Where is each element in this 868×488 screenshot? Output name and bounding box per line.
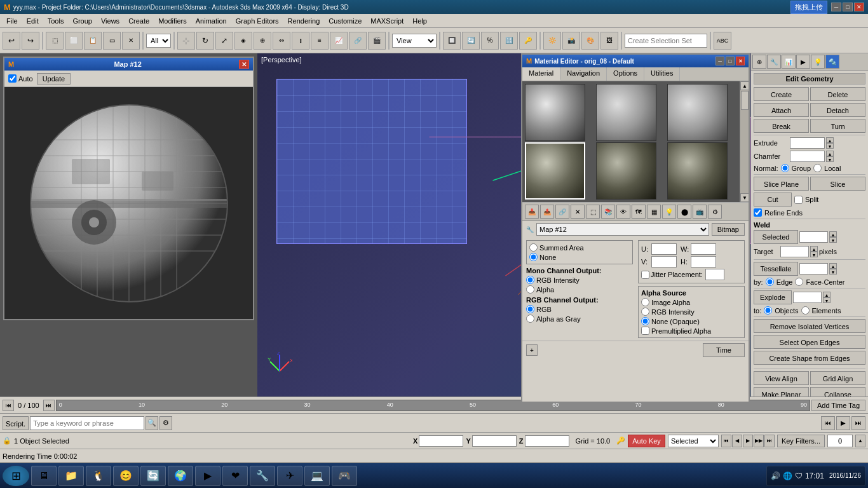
taskbar-app-3[interactable]: 🐧 bbox=[86, 466, 111, 486]
cut-btn[interactable]: Cut bbox=[754, 193, 792, 207]
panel-tab-motion[interactable]: ▶ bbox=[796, 55, 810, 69]
elements-radio[interactable] bbox=[801, 306, 810, 315]
mat-sphere-5[interactable] bbox=[596, 142, 656, 200]
tab-material[interactable]: Material bbox=[522, 67, 560, 81]
ref-system-btn[interactable]: ◈ bbox=[234, 32, 252, 50]
menu-graph-editors[interactable]: Graph Editors bbox=[232, 16, 283, 26]
add-time-tag-btn[interactable]: + bbox=[526, 344, 538, 356]
menu-create[interactable]: Create bbox=[125, 16, 153, 26]
collapse-btn[interactable]: Collapse bbox=[810, 387, 865, 396]
selected-weld-btn[interactable]: Selected bbox=[754, 230, 798, 244]
panel-tab-create[interactable]: ⊕ bbox=[752, 55, 766, 69]
local-radio[interactable] bbox=[813, 164, 822, 172]
taskbar-app-1[interactable]: 🖥 bbox=[31, 466, 57, 486]
extrude-down[interactable]: ▼ bbox=[826, 143, 834, 149]
key-mode-btn[interactable]: 🔑 bbox=[519, 32, 537, 50]
taskbar-app-9[interactable]: 🔧 bbox=[250, 466, 275, 486]
scroll-down-btn[interactable]: ▼ bbox=[740, 193, 749, 202]
mat-sphere-6[interactable] bbox=[667, 142, 728, 200]
slice-btn[interactable]: Slice bbox=[810, 177, 865, 191]
schematic-btn[interactable]: 🔗 bbox=[349, 32, 367, 50]
sample-type-btn[interactable]: ⬤ bbox=[677, 205, 691, 219]
view-align-btn[interactable]: View Align bbox=[754, 371, 809, 385]
menu-maxscript[interactable]: MAXScript bbox=[367, 16, 407, 26]
v-input[interactable]: 0.0 bbox=[651, 256, 677, 268]
render-setup-btn[interactable]: 🎬 bbox=[368, 32, 386, 50]
menu-file[interactable]: File bbox=[3, 16, 22, 26]
auto-checkbox[interactable] bbox=[8, 74, 17, 83]
start-btn[interactable]: ⊞ bbox=[3, 466, 29, 486]
scroll-up-btn[interactable]: ▲ bbox=[740, 81, 749, 90]
selected-weld-input[interactable]: 0.1 bbox=[799, 231, 828, 243]
tess-down[interactable]: ▼ bbox=[829, 269, 837, 274]
vid-col-btn[interactable]: 📺 bbox=[693, 205, 707, 219]
time-btn[interactable]: Time bbox=[703, 343, 745, 357]
map-window-close[interactable]: ✕ bbox=[239, 60, 249, 69]
mat-close-btn[interactable]: ✕ bbox=[736, 57, 745, 65]
alpha-as-gray-radio[interactable] bbox=[526, 315, 534, 323]
tess-up[interactable]: ▲ bbox=[829, 263, 837, 269]
tray-icon-2[interactable]: 🌐 bbox=[783, 471, 792, 480]
create-selection-set-input[interactable] bbox=[625, 34, 707, 48]
search-btn[interactable]: 🔍 bbox=[146, 416, 158, 430]
show-map-btn[interactable]: 🗺 bbox=[632, 205, 646, 219]
timeline-end-btn[interactable]: ⏭ bbox=[43, 400, 55, 411]
rgb-intensity-radio[interactable] bbox=[526, 276, 534, 284]
timeline-start-btn[interactable]: ⏮ bbox=[3, 400, 14, 411]
refine-ends-checkbox[interactable] bbox=[754, 208, 762, 217]
next-key-btn[interactable]: ⏭ bbox=[851, 416, 865, 430]
none-radio[interactable] bbox=[529, 253, 538, 261]
menu-group[interactable]: Group bbox=[69, 16, 96, 26]
bg-btn[interactable]: ▦ bbox=[647, 205, 661, 219]
break-btn[interactable]: Break bbox=[754, 119, 809, 133]
rgb-radio[interactable] bbox=[526, 305, 534, 313]
taskbar-app-2[interactable]: 📁 bbox=[58, 466, 84, 486]
taskbar-app-4[interactable]: 😊 bbox=[113, 466, 139, 486]
slice-plane-btn[interactable]: Slice Plane bbox=[754, 177, 809, 191]
options-btn[interactable]: ⚙ bbox=[708, 205, 722, 219]
tessellate-btn[interactable]: Tessellate bbox=[754, 262, 798, 276]
select-by-name-btn[interactable]: 📋 bbox=[84, 32, 102, 50]
maximize-btn[interactable]: □ bbox=[843, 3, 853, 11]
sphere-scrollbar[interactable]: ▲ ▼ bbox=[740, 81, 749, 202]
unique-mat-btn[interactable]: ⬚ bbox=[586, 205, 600, 219]
x-input[interactable] bbox=[419, 435, 463, 447]
chamfer-up[interactable]: ▲ bbox=[826, 151, 834, 156]
explode-up[interactable]: ▲ bbox=[823, 292, 831, 297]
search-options-btn[interactable]: ⚙ bbox=[159, 416, 172, 430]
abc-btn[interactable]: ABC bbox=[714, 32, 731, 50]
taskbar-app-5[interactable]: 🔄 bbox=[140, 466, 166, 486]
delete-mat-btn[interactable]: ✕ bbox=[571, 205, 585, 219]
mat-sphere-2[interactable] bbox=[596, 84, 656, 141]
move-btn[interactable]: ⊹ bbox=[177, 32, 195, 50]
material-editor-btn[interactable]: 🎨 bbox=[581, 32, 599, 50]
render-btn[interactable]: 🔆 bbox=[543, 32, 561, 50]
image-alpha-radio[interactable] bbox=[641, 298, 649, 306]
mirror-btn[interactable]: ⇔ bbox=[273, 32, 290, 50]
mat-minimize-btn[interactable]: ─ bbox=[715, 57, 724, 65]
delete-btn[interactable]: Delete bbox=[810, 87, 865, 101]
extrude-up[interactable]: ▲ bbox=[826, 137, 834, 143]
pb-play-btn[interactable]: ▶ bbox=[743, 435, 753, 447]
pb-end-btn[interactable]: ⏭ bbox=[764, 435, 775, 447]
grid-align-btn[interactable]: Grid Align bbox=[810, 371, 865, 385]
frame-up-btn[interactable]: ▲ bbox=[855, 435, 865, 447]
target-up[interactable]: ▲ bbox=[810, 246, 818, 252]
summed-area-radio[interactable] bbox=[529, 243, 538, 252]
upload-btn[interactable]: 拖拽上传 bbox=[790, 1, 827, 14]
create-shape-btn[interactable]: Create Shape from Edges bbox=[754, 351, 865, 365]
tab-navigation[interactable]: Navigation bbox=[560, 67, 607, 81]
taskbar-app-12[interactable]: 🎮 bbox=[332, 466, 357, 486]
group-radio[interactable] bbox=[781, 164, 789, 172]
back-light-btn[interactable]: 💡 bbox=[662, 205, 676, 219]
spinner-snap-btn[interactable]: 🔢 bbox=[500, 32, 518, 50]
redo-btn[interactable]: ↪ bbox=[22, 32, 39, 50]
panel-tab-modify[interactable]: 🔧 bbox=[767, 55, 781, 69]
detach-btn[interactable]: Detach bbox=[810, 103, 865, 117]
get-material-btn[interactable]: 📥 bbox=[525, 205, 539, 219]
update-btn[interactable]: Update bbox=[37, 73, 71, 85]
rotate-btn[interactable]: ↻ bbox=[196, 32, 214, 50]
menu-help[interactable]: Help bbox=[409, 16, 431, 26]
u-input[interactable]: 0.0 bbox=[651, 243, 677, 255]
tray-icon-1[interactable]: 🔊 bbox=[771, 471, 780, 480]
